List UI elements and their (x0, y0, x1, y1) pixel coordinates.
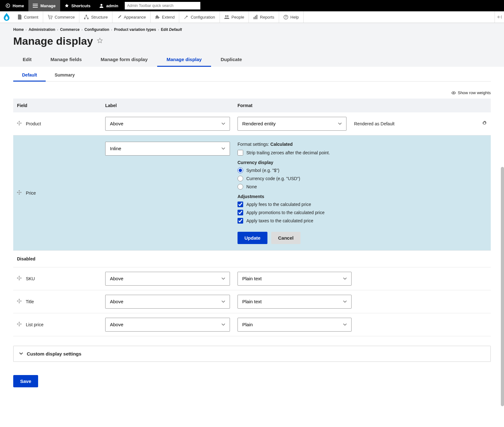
subtab-summary[interactable]: Summary (46, 69, 83, 81)
currency-none-radio[interactable] (238, 184, 243, 190)
label-select-sku[interactable]: Above (105, 272, 230, 286)
breadcrumb-configuration[interactable]: Configuration (84, 27, 109, 32)
format-summary-product: Rendered as Default (354, 121, 394, 126)
adjustment-fees-option[interactable]: Apply fees to the calculated price (238, 202, 487, 207)
field-row-sku: SKU Above Plain text (13, 267, 491, 290)
strip-zeroes-option[interactable]: Strip trailing zeroes after the decimal … (238, 150, 487, 156)
field-name: Product (26, 121, 41, 126)
format-select-title[interactable]: Plain text (238, 295, 352, 309)
currency-symbol-radio[interactable] (238, 168, 243, 173)
format-select-list-price[interactable]: Plain (238, 318, 352, 332)
adjustment-fees-checkbox[interactable] (238, 202, 243, 207)
custom-display-settings[interactable]: Custom display settings (13, 346, 491, 362)
field-row-price: Price Inline Format settings: Calculated (13, 135, 491, 250)
currency-display-label: Currency display (238, 160, 487, 165)
strip-zeroes-checkbox[interactable] (238, 150, 243, 156)
breadcrumb-home[interactable]: Home (13, 27, 24, 32)
update-button[interactable]: Update (238, 232, 267, 244)
menu-reports[interactable]: Reports (249, 11, 279, 23)
label-select-product[interactable]: Above (105, 117, 230, 131)
menu-structure[interactable]: Structure (79, 11, 112, 23)
tab-manage-fields[interactable]: Manage fields (41, 53, 91, 67)
admin-search-input[interactable] (125, 2, 200, 9)
menu-extend[interactable]: Extend (151, 11, 179, 23)
chevron-right-icon: › (26, 28, 26, 31)
field-name: List price (26, 322, 43, 327)
star-icon (65, 3, 69, 8)
save-button[interactable]: Save (13, 375, 38, 387)
page-title: Manage display (13, 35, 93, 47)
drag-handle[interactable] (17, 190, 21, 195)
svg-point-0 (6, 4, 10, 8)
toolbar-shortcuts[interactable]: Shortcuts (60, 0, 95, 11)
tab-edit[interactable]: Edit (13, 53, 41, 67)
tab-manage-display[interactable]: Manage display (157, 53, 211, 67)
settings-button-product[interactable] (482, 121, 487, 126)
drag-handle[interactable] (17, 276, 21, 280)
tab-manage-form-display[interactable]: Manage form display (91, 53, 157, 67)
user-icon (99, 3, 104, 8)
drag-handle[interactable] (17, 322, 21, 326)
menu-commerce[interactable]: Commerce (43, 11, 80, 23)
drag-handle[interactable] (17, 299, 21, 303)
breadcrumb-administration[interactable]: Administration (29, 27, 55, 32)
chevron-down-icon (19, 352, 23, 355)
breadcrumb-commerce[interactable]: Commerce (60, 27, 80, 32)
back-arrow-icon (6, 3, 10, 8)
content-region: Default Summary Show row weights Field L… (0, 67, 504, 400)
cart-icon (48, 15, 53, 20)
currency-none-option[interactable]: None (238, 184, 487, 190)
field-row-product: Product Above Rendered entity Rendered a… (13, 112, 491, 135)
format-select-sku[interactable]: Plain text (238, 272, 352, 286)
svg-rect-4 (86, 15, 87, 16)
th-format: Format (234, 99, 475, 112)
toolbar-user-label: admin (106, 3, 118, 8)
toolbar-home[interactable]: Home (1, 0, 28, 11)
help-icon: ? (284, 15, 288, 20)
menu-help[interactable]: ? Help (279, 11, 304, 23)
drag-handle[interactable] (17, 121, 21, 125)
label-select-list-price[interactable]: Above (105, 318, 230, 332)
row-weights-toggle: Show row weights (13, 90, 491, 95)
field-row-title: Title Above Plain text (13, 290, 491, 313)
show-row-weights-link[interactable]: Show row weights (451, 90, 491, 95)
document-icon (18, 14, 22, 20)
svg-point-3 (51, 18, 52, 19)
drupal-logo[interactable] (0, 11, 13, 23)
breadcrumb-variation-types[interactable]: Product variation types (114, 27, 156, 32)
hamburger-icon (33, 3, 38, 8)
move-icon (17, 322, 21, 326)
menu-configuration[interactable]: Configuration (179, 11, 220, 23)
format-select-product[interactable]: Rendered entity (238, 117, 346, 131)
hierarchy-icon (84, 15, 89, 20)
adjustment-promotions-option[interactable]: Apply promotions to the calculated price (238, 210, 487, 215)
currency-symbol-option[interactable]: Symbol (e.g. "$") (238, 168, 487, 173)
currency-code-radio[interactable] (238, 176, 243, 181)
svg-rect-11 (256, 15, 257, 19)
scrollbar[interactable] (501, 167, 504, 400)
menu-people[interactable]: People (220, 11, 249, 23)
label-select-price[interactable]: Inline (105, 142, 230, 156)
adjustment-taxes-checkbox[interactable] (238, 218, 243, 224)
label-select-title[interactable]: Above (105, 295, 230, 309)
favorite-toggle[interactable] (97, 37, 103, 45)
field-name: Price (26, 191, 36, 196)
adjustment-promotions-checkbox[interactable] (238, 210, 243, 215)
move-icon (17, 299, 21, 303)
adjustment-taxes-option[interactable]: Apply taxes to the calculated price (238, 218, 487, 224)
custom-display-label: Custom display settings (27, 351, 81, 356)
menu-appearance[interactable]: Appearance (112, 11, 151, 23)
toolbar-user[interactable]: admin (95, 0, 123, 11)
primary-tabs: Edit Manage fields Manage form display M… (13, 53, 491, 67)
admin-menu: Content Commerce Structure Appearance Ex… (0, 11, 504, 23)
subtab-default[interactable]: Default (13, 69, 46, 82)
toolbar-collapse[interactable] (495, 11, 504, 23)
svg-text:?: ? (285, 15, 287, 19)
cancel-button[interactable]: Cancel (271, 232, 301, 244)
currency-code-option[interactable]: Currency code (e.g. "USD") (238, 176, 487, 181)
toolbar-manage[interactable]: Manage (28, 0, 60, 11)
menu-content[interactable]: Content (13, 11, 43, 23)
tab-duplicate[interactable]: Duplicate (211, 53, 251, 67)
disabled-section-header: Disabled (13, 250, 491, 267)
bar-chart-icon (253, 15, 258, 19)
